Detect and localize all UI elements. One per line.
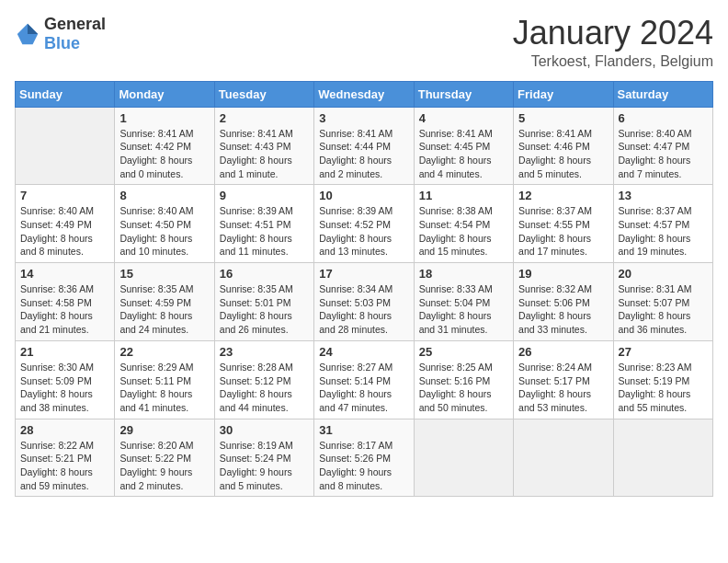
logo-text: General Blue <box>44 15 106 53</box>
svg-marker-1 <box>28 24 38 34</box>
day-info: Sunrise: 8:39 AMSunset: 4:51 PMDaylight:… <box>220 204 309 259</box>
day-number: 26 <box>518 345 608 359</box>
day-info: Sunrise: 8:41 AMSunset: 4:46 PMDaylight:… <box>518 127 608 181</box>
day-number: 27 <box>619 345 708 359</box>
calendar-cell: 2 Sunrise: 8:41 AMSunset: 4:43 PMDayligh… <box>214 107 313 185</box>
day-number: 20 <box>619 267 708 281</box>
day-info: Sunrise: 8:34 AMSunset: 5:03 PMDaylight:… <box>319 282 408 337</box>
day-info: Sunrise: 8:39 AMSunset: 4:52 PMDaylight:… <box>319 204 408 259</box>
day-info: Sunrise: 8:36 AMSunset: 4:58 PMDaylight:… <box>20 282 109 337</box>
day-number: 30 <box>220 423 309 437</box>
day-info: Sunrise: 8:22 AMSunset: 5:21 PMDaylight:… <box>20 439 109 493</box>
calendar-cell: 11 Sunrise: 8:38 AMSunset: 4:54 PMDaylig… <box>414 185 513 263</box>
location-title: Terkoest, Flanders, Belgium <box>513 53 713 70</box>
day-number: 7 <box>20 189 109 202</box>
day-info: Sunrise: 8:33 AMSunset: 5:04 PMDaylight:… <box>419 282 508 337</box>
day-info: Sunrise: 8:20 AMSunset: 5:22 PMDaylight:… <box>119 439 209 493</box>
day-number: 15 <box>119 267 209 281</box>
day-number: 11 <box>419 189 508 202</box>
column-header-tuesday: Tuesday <box>214 81 313 107</box>
day-info: Sunrise: 8:41 AMSunset: 4:43 PMDaylight:… <box>220 127 309 181</box>
day-number: 8 <box>119 189 209 202</box>
day-number: 29 <box>119 423 209 437</box>
calendar-cell: 20 Sunrise: 8:31 AMSunset: 5:07 PMDaylig… <box>613 263 712 341</box>
calendar-cell: 7 Sunrise: 8:40 AMSunset: 4:49 PMDayligh… <box>16 185 115 263</box>
day-info: Sunrise: 8:31 AMSunset: 5:07 PMDaylight:… <box>619 282 708 337</box>
day-info: Sunrise: 8:37 AMSunset: 4:55 PMDaylight:… <box>518 204 608 259</box>
logo-icon <box>15 21 40 47</box>
day-number: 24 <box>319 345 408 359</box>
calendar-cell: 26 Sunrise: 8:24 AMSunset: 5:17 PMDaylig… <box>514 340 613 419</box>
day-number: 31 <box>319 423 408 437</box>
day-info: Sunrise: 8:23 AMSunset: 5:19 PMDaylight:… <box>619 361 708 415</box>
calendar-cell: 12 Sunrise: 8:37 AMSunset: 4:55 PMDaylig… <box>514 185 613 263</box>
day-number: 17 <box>319 267 408 281</box>
day-number: 4 <box>419 111 508 125</box>
column-header-saturday: Saturday <box>613 81 712 107</box>
day-info: Sunrise: 8:27 AMSunset: 5:14 PMDaylight:… <box>319 361 408 415</box>
calendar-cell: 19 Sunrise: 8:32 AMSunset: 5:06 PMDaylig… <box>514 263 613 341</box>
calendar-cell: 13 Sunrise: 8:37 AMSunset: 4:57 PMDaylig… <box>613 185 712 263</box>
calendar-cell: 25 Sunrise: 8:25 AMSunset: 5:16 PMDaylig… <box>414 340 513 419</box>
calendar-week-row: 7 Sunrise: 8:40 AMSunset: 4:49 PMDayligh… <box>16 185 713 263</box>
day-info: Sunrise: 8:37 AMSunset: 4:57 PMDaylight:… <box>619 204 708 259</box>
day-number: 5 <box>518 111 608 125</box>
day-number: 18 <box>419 267 508 281</box>
day-info: Sunrise: 8:17 AMSunset: 5:26 PMDaylight:… <box>319 439 408 493</box>
column-header-wednesday: Wednesday <box>314 81 414 107</box>
calendar-cell: 21 Sunrise: 8:30 AMSunset: 5:09 PMDaylig… <box>16 340 115 419</box>
day-number: 9 <box>220 189 309 202</box>
calendar-cell: 31 Sunrise: 8:17 AMSunset: 5:26 PMDaylig… <box>314 419 414 497</box>
day-info: Sunrise: 8:28 AMSunset: 5:12 PMDaylight:… <box>220 361 309 415</box>
column-header-monday: Monday <box>115 81 214 107</box>
calendar-header-row: SundayMondayTuesdayWednesdayThursdayFrid… <box>16 81 713 107</box>
calendar-cell: 3 Sunrise: 8:41 AMSunset: 4:44 PMDayligh… <box>314 107 414 185</box>
day-info: Sunrise: 8:41 AMSunset: 4:44 PMDaylight:… <box>319 127 408 181</box>
calendar-cell: 17 Sunrise: 8:34 AMSunset: 5:03 PMDaylig… <box>314 263 414 341</box>
calendar-cell <box>414 419 513 497</box>
day-number: 12 <box>518 189 608 202</box>
logo-blue: Blue <box>44 34 80 52</box>
day-number: 10 <box>319 189 408 202</box>
day-info: Sunrise: 8:35 AMSunset: 5:01 PMDaylight:… <box>220 282 309 337</box>
day-info: Sunrise: 8:24 AMSunset: 5:17 PMDaylight:… <box>518 361 608 415</box>
month-title: January 2024 <box>513 15 713 52</box>
day-info: Sunrise: 8:35 AMSunset: 4:59 PMDaylight:… <box>119 282 209 337</box>
day-info: Sunrise: 8:40 AMSunset: 4:50 PMDaylight:… <box>119 204 209 259</box>
day-info: Sunrise: 8:40 AMSunset: 4:47 PMDaylight:… <box>619 127 708 181</box>
calendar-cell: 18 Sunrise: 8:33 AMSunset: 5:04 PMDaylig… <box>414 263 513 341</box>
calendar-cell: 10 Sunrise: 8:39 AMSunset: 4:52 PMDaylig… <box>314 185 414 263</box>
column-header-thursday: Thursday <box>414 81 513 107</box>
calendar-cell: 23 Sunrise: 8:28 AMSunset: 5:12 PMDaylig… <box>214 340 313 419</box>
logo-general: General <box>44 15 106 33</box>
day-number: 21 <box>20 345 109 359</box>
calendar-cell <box>16 107 115 185</box>
day-number: 16 <box>220 267 309 281</box>
column-header-sunday: Sunday <box>16 81 115 107</box>
day-info: Sunrise: 8:29 AMSunset: 5:11 PMDaylight:… <box>119 361 209 415</box>
page-header: General Blue January 2024 Terkoest, Flan… <box>15 15 713 70</box>
day-info: Sunrise: 8:41 AMSunset: 4:42 PMDaylight:… <box>119 127 209 181</box>
day-number: 2 <box>220 111 309 125</box>
calendar-cell: 5 Sunrise: 8:41 AMSunset: 4:46 PMDayligh… <box>514 107 613 185</box>
day-number: 1 <box>119 111 209 125</box>
calendar-cell: 30 Sunrise: 8:19 AMSunset: 5:24 PMDaylig… <box>214 419 313 497</box>
day-info: Sunrise: 8:38 AMSunset: 4:54 PMDaylight:… <box>419 204 508 259</box>
day-info: Sunrise: 8:19 AMSunset: 5:24 PMDaylight:… <box>220 439 309 493</box>
day-info: Sunrise: 8:40 AMSunset: 4:49 PMDaylight:… <box>20 204 109 259</box>
day-number: 19 <box>518 267 608 281</box>
calendar-cell: 27 Sunrise: 8:23 AMSunset: 5:19 PMDaylig… <box>613 340 712 419</box>
calendar-week-row: 14 Sunrise: 8:36 AMSunset: 4:58 PMDaylig… <box>16 263 713 341</box>
day-number: 6 <box>619 111 708 125</box>
day-info: Sunrise: 8:25 AMSunset: 5:16 PMDaylight:… <box>419 361 508 415</box>
day-number: 23 <box>220 345 309 359</box>
calendar-cell: 14 Sunrise: 8:36 AMSunset: 4:58 PMDaylig… <box>16 263 115 341</box>
calendar-cell: 1 Sunrise: 8:41 AMSunset: 4:42 PMDayligh… <box>115 107 214 185</box>
day-number: 14 <box>20 267 109 281</box>
calendar-week-row: 28 Sunrise: 8:22 AMSunset: 5:21 PMDaylig… <box>16 419 713 497</box>
calendar-cell: 29 Sunrise: 8:20 AMSunset: 5:22 PMDaylig… <box>115 419 214 497</box>
day-number: 13 <box>619 189 708 202</box>
logo: General Blue <box>15 15 106 53</box>
calendar-cell: 24 Sunrise: 8:27 AMSunset: 5:14 PMDaylig… <box>314 340 414 419</box>
day-info: Sunrise: 8:30 AMSunset: 5:09 PMDaylight:… <box>20 361 109 415</box>
